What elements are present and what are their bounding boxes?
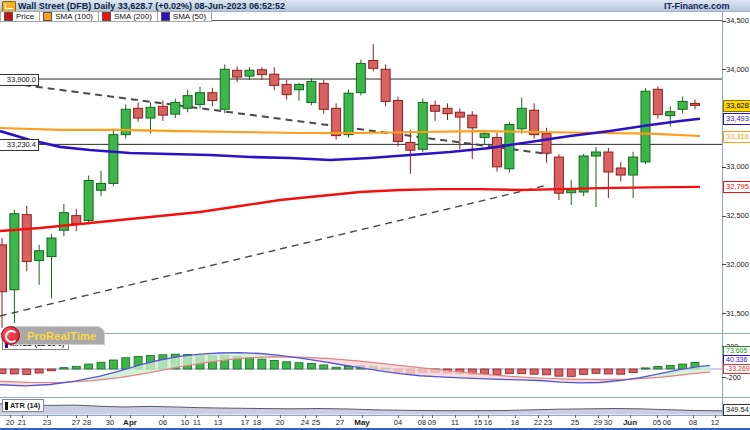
macd-value-box: -33.269 xyxy=(723,364,750,374)
time-axis-label: 10 xyxy=(181,418,189,427)
time-axis-label: 24 xyxy=(301,418,309,427)
macd-pane-separator xyxy=(0,333,750,334)
time-axis-label: 27 xyxy=(72,418,80,427)
sma200-line xyxy=(0,187,700,231)
atr-value-box: 349.54 xyxy=(723,404,750,416)
price-value-box: 33,493. xyxy=(723,113,750,125)
price-tick-label: 34,000 xyxy=(726,65,749,74)
time-axis-label: 11 xyxy=(193,418,201,427)
time-axis-label: 16 xyxy=(484,418,492,427)
time-axis-label: Jun xyxy=(623,418,637,427)
legend-item-price[interactable]: Price xyxy=(0,11,40,22)
candles xyxy=(0,44,700,328)
time-axis-label: 25 xyxy=(571,418,579,427)
macd-signal-line xyxy=(0,357,710,383)
time-axis-label: 29 xyxy=(594,418,602,427)
sma200-swatch-icon xyxy=(102,12,111,21)
atr-swatch-icon xyxy=(5,402,8,410)
price-tick-label: 33,000 xyxy=(726,162,749,171)
legend-label: SMA (50) xyxy=(173,12,206,21)
time-axis-label: 05 xyxy=(653,418,661,427)
time-axis-label: 17 xyxy=(241,418,249,427)
time-axis-label: 23 xyxy=(544,418,552,427)
time-axis-label: 28 xyxy=(83,418,91,427)
legend-label: SMA (200) xyxy=(114,12,152,21)
time-axis-label: 20 xyxy=(276,418,284,427)
time-axis-label: 18 xyxy=(253,418,261,427)
time-axis-label: 22 xyxy=(534,418,542,427)
price-value-box: 33,316. xyxy=(723,131,750,143)
time-axis-label: 06 xyxy=(159,418,167,427)
price-swatch-icon xyxy=(4,12,13,21)
time-axis-label: 20 xyxy=(6,418,14,427)
price-tick-label: 32,000 xyxy=(726,260,749,269)
time-axis-label: 08 xyxy=(418,418,426,427)
time-axis-label: 30 xyxy=(106,418,114,427)
time-axis-label: 13 xyxy=(214,418,222,427)
time-axis-label: 23 xyxy=(43,418,51,427)
time-axis-label: 04 xyxy=(394,418,402,427)
atr-pane-separator xyxy=(0,397,750,398)
legend-label: SMA (100) xyxy=(55,12,93,21)
price-value-box: 32,795. xyxy=(723,181,750,193)
trading-app-window: Wall Street (DFB) Daily 33,628.7 (+0.02%… xyxy=(0,0,750,430)
prorealtime-watermark: ProRealTime xyxy=(1,326,105,345)
time-axis-label: 06 xyxy=(663,418,671,427)
time-axis-label: 12 xyxy=(711,418,719,427)
legend-item-sma200[interactable]: SMA (200) xyxy=(99,11,158,22)
time-axis-label: Apr xyxy=(123,418,137,427)
time-axis-label: 25 xyxy=(312,418,320,427)
legend-item-sma50[interactable]: SMA (50) xyxy=(158,11,212,22)
time-axis-label: 15 xyxy=(474,418,482,427)
atr-label-text: ATR (14) xyxy=(10,401,40,410)
time-axis-label: 18 xyxy=(511,418,519,427)
legend-item-sma100[interactable]: SMA (100) xyxy=(40,11,99,22)
price-tick-label: 34,500 xyxy=(726,16,749,25)
indicator-legend: Price SMA (100) SMA (200) SMA (50) xyxy=(0,11,212,22)
atr-indicator-label[interactable]: ATR (14) xyxy=(2,399,44,412)
level-price-box[interactable]: 33,900.0 xyxy=(0,74,39,86)
price-value-box: 33,628. xyxy=(723,100,750,112)
time-axis-label: 09 xyxy=(428,418,436,427)
watermark-label: ProRealTime xyxy=(27,330,96,342)
sma100-swatch-icon xyxy=(43,12,52,21)
legend-label: Price xyxy=(16,12,34,21)
time-axis-label: 27 xyxy=(336,418,344,427)
time-axis-label: May xyxy=(354,418,370,427)
time-axis-label: 30 xyxy=(604,418,612,427)
price-tick-label: 31,500 xyxy=(726,309,749,318)
sma50-swatch-icon xyxy=(161,12,170,21)
time-axis-label: 08 xyxy=(689,418,697,427)
time-axis-label: 21 xyxy=(18,418,26,427)
prorealtime-logo-icon xyxy=(1,326,20,345)
chart-plot-area[interactable] xyxy=(0,0,750,430)
time-axis-label: 11 xyxy=(451,418,459,427)
price-tick-label: 32,500 xyxy=(726,211,749,220)
level-price-box[interactable]: 33,230.4 xyxy=(0,139,39,151)
